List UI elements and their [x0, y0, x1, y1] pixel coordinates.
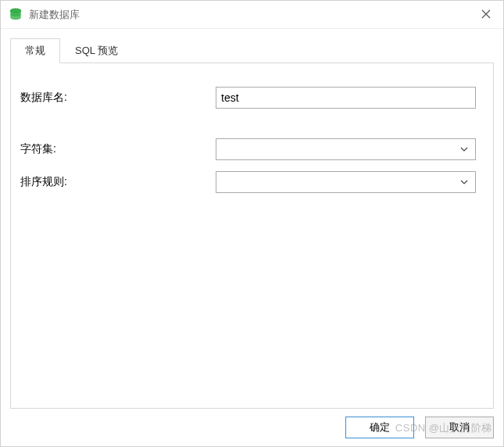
close-button[interactable]: [469, 1, 503, 29]
cancel-button[interactable]: 取消: [425, 417, 494, 438]
chevron-down-icon: [459, 177, 469, 187]
select-collation[interactable]: [216, 171, 476, 193]
tab-content: 数据库名: 字符集: 排序规则:: [10, 63, 494, 409]
row-database-name: 数据库名:: [20, 87, 476, 109]
tab-general[interactable]: 常规: [10, 38, 60, 63]
tab-sql-preview[interactable]: SQL 预览: [60, 38, 133, 63]
select-charset[interactable]: [216, 138, 476, 160]
tab-general-label: 常规: [25, 45, 45, 56]
tab-sql-preview-label: SQL 预览: [75, 45, 118, 56]
dialog-footer: 确定 取消 CSDN @山妖的阶梯: [1, 409, 503, 446]
window-title: 新建数据库: [29, 8, 80, 22]
chevron-down-icon: [459, 145, 469, 154]
ok-button[interactable]: 确定: [345, 417, 414, 438]
input-database-name[interactable]: [216, 87, 476, 109]
label-database-name: 数据库名:: [20, 91, 216, 105]
row-charset: 字符集:: [20, 138, 476, 160]
titlebar: 新建数据库: [1, 1, 503, 29]
label-collation: 排序规则:: [20, 175, 216, 189]
label-charset: 字符集:: [20, 142, 216, 156]
database-icon: [9, 8, 23, 22]
tab-bar: 常规 SQL 预览: [1, 29, 503, 63]
new-database-dialog: 新建数据库 常规 SQL 预览 数据库名: 字符集:: [0, 0, 504, 447]
close-icon: [481, 9, 491, 21]
row-collation: 排序规则:: [20, 171, 476, 193]
